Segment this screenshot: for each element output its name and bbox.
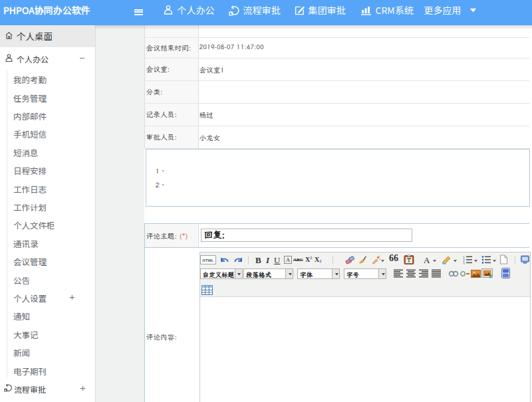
svg-text:3: 3	[463, 262, 465, 265]
